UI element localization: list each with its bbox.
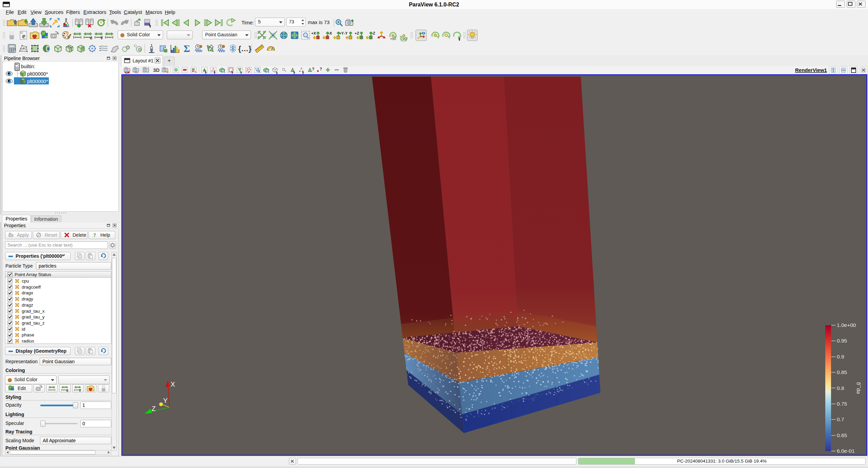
svg-text:0.9: 0.9 (837, 354, 844, 359)
svg-text:0.7: 0.7 (837, 416, 844, 422)
svg-text:plt00000*: plt00000* (27, 79, 48, 84)
svg-text:dragx: dragx (22, 290, 33, 295)
svg-text:1.0e+00: 1.0e+00 (837, 322, 856, 328)
svg-text:RenderView1: RenderView1 (795, 67, 827, 73)
svg-text:radius: radius (22, 338, 34, 344)
svg-text:t: t (101, 35, 102, 40)
svg-text:dragz: dragz (22, 303, 33, 308)
svg-text:t: t (79, 389, 81, 392)
svg-text:X: X (171, 381, 175, 388)
svg-text:c: c (66, 389, 68, 392)
svg-text:ep_g: ep_g (855, 382, 861, 394)
svg-text:id: id (22, 327, 25, 332)
svg-text:+Y: +Y (339, 31, 344, 35)
svg-text:grad_tau_z: grad_tau_z (22, 320, 45, 326)
svg-text:{…}: {…} (238, 44, 252, 53)
svg-text:+Z: +Z (355, 31, 359, 35)
svg-text:-90: -90 (401, 37, 407, 41)
svg-text:Y: Y (163, 397, 167, 404)
svg-text:Time:: Time: (241, 20, 254, 25)
svg-text:Z: Z (152, 405, 156, 412)
svg-text:-X: -X (328, 31, 332, 35)
svg-text:?: ? (93, 232, 96, 238)
svg-text:+X: +X (311, 31, 316, 35)
svg-text:?: ? (320, 67, 322, 72)
svg-text:0.65: 0.65 (837, 432, 847, 438)
svg-text:dragy: dragy (22, 296, 33, 301)
svg-text:cpu: cpu (22, 278, 29, 284)
svg-text:0.95: 0.95 (837, 338, 847, 344)
svg-text:dragcoeff: dragcoeff (22, 285, 41, 290)
svg-text:c: c (90, 35, 92, 40)
svg-text:+90: +90 (390, 37, 396, 41)
svg-text:e: e (22, 32, 25, 40)
svg-text:grad_tau_x: grad_tau_x (22, 309, 45, 314)
svg-text:phase: phase (22, 332, 34, 337)
svg-text:Point Array Status: Point Array Status (15, 272, 51, 277)
svg-text:0.8: 0.8 (837, 385, 844, 391)
svg-text:?: ? (312, 67, 314, 72)
svg-text:3D: 3D (153, 67, 159, 73)
svg-text:0.75: 0.75 (837, 401, 847, 407)
svg-text:-Z: -Z (372, 31, 375, 35)
svg-text:Σ: Σ (184, 43, 190, 54)
svg-text:0.85: 0.85 (837, 369, 847, 375)
svg-text:-Y: -Y (344, 31, 348, 35)
svg-text:grad_tau_y: grad_tau_y (22, 314, 45, 319)
svg-text:6.0e-01: 6.0e-01 (837, 448, 855, 454)
